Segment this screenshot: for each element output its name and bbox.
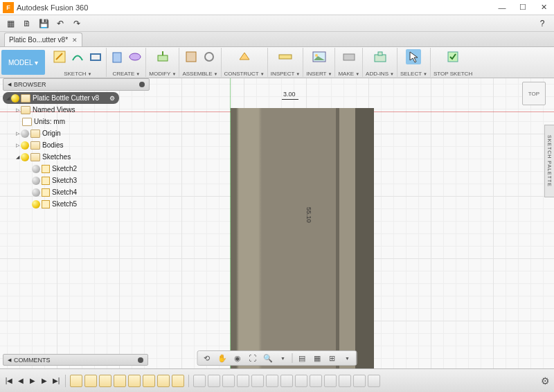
timeline-prev-icon[interactable]: ◀ <box>16 376 26 386</box>
model-body[interactable] <box>231 108 374 368</box>
tree-sketch5[interactable]: Sketch5 <box>3 198 150 210</box>
tree-origin[interactable]: ▷Origin <box>3 127 150 139</box>
addins-icon[interactable] <box>373 49 388 64</box>
timeline-feature[interactable] <box>266 375 278 387</box>
gear-icon[interactable]: ⚙ <box>109 95 115 102</box>
panel-options-icon[interactable] <box>138 357 143 363</box>
dropdown-icon[interactable]: ▼ <box>277 353 289 364</box>
timeline-feature[interactable] <box>70 375 82 387</box>
timeline-feature[interactable] <box>310 375 322 387</box>
redo-icon[interactable]: ↷ <box>69 17 84 30</box>
pan-icon[interactable]: ✋ <box>216 353 229 364</box>
look-icon[interactable]: ◉ <box>231 353 244 364</box>
collapse-arrow-icon[interactable]: ◀ <box>8 82 11 87</box>
expand-icon[interactable]: ▷ <box>14 107 21 113</box>
visibility-bulb-icon[interactable] <box>32 200 40 208</box>
timeline-feature[interactable] <box>280 375 293 387</box>
component-icon[interactable] <box>184 49 199 64</box>
timeline-end-icon[interactable]: ▶| <box>51 376 61 386</box>
minimize-button[interactable]: — <box>492 0 512 15</box>
timeline-feature[interactable] <box>157 375 170 387</box>
timeline-play-icon[interactable]: ▶ <box>28 376 37 386</box>
tree-bodies[interactable]: ▷Bodies <box>3 139 150 151</box>
workspace-model-button[interactable]: MODEL ▾ <box>1 50 45 75</box>
panel-options-icon[interactable] <box>139 82 145 87</box>
create-sketch-icon[interactable] <box>52 49 67 64</box>
rectangle-icon[interactable] <box>88 49 103 64</box>
view-cube[interactable]: TOP <box>522 82 546 105</box>
tree-sketches[interactable]: ◢Sketches <box>3 151 150 163</box>
zoom-fit-icon[interactable]: ⛶ <box>247 353 259 364</box>
timeline-feature[interactable] <box>295 375 307 387</box>
timeline-settings-icon[interactable]: ⚙ <box>541 375 550 386</box>
tree-root[interactable]: ◢ Platic Bottle Cutter v8 ⚙ <box>3 92 119 104</box>
collapse-arrow-icon[interactable]: ◀ <box>8 357 11 363</box>
expand-icon[interactable]: ▷ <box>14 131 21 136</box>
undo-icon[interactable]: ↶ <box>53 17 68 30</box>
file-new-icon[interactable]: 🗎 <box>19 17 35 30</box>
grid-apps-icon[interactable]: ▦ <box>3 17 18 30</box>
timeline-feature[interactable] <box>128 375 141 387</box>
select-icon[interactable] <box>406 49 421 64</box>
timeline-feature[interactable] <box>99 375 111 387</box>
maximize-button[interactable]: ☐ <box>512 0 533 15</box>
timeline-feature[interactable] <box>324 375 337 387</box>
stop-sketch-icon[interactable] <box>445 49 461 64</box>
tree-sketch3[interactable]: Sketch3 <box>3 175 150 186</box>
extrude-icon[interactable] <box>109 49 125 64</box>
line-icon[interactable] <box>70 49 85 64</box>
timeline-feature[interactable] <box>84 375 97 387</box>
timeline-feature[interactable] <box>114 375 126 387</box>
revolve-icon[interactable] <box>127 49 143 64</box>
browser-header[interactable]: ◀ BROWSER <box>3 78 150 91</box>
visibility-bulb-icon[interactable] <box>21 130 29 138</box>
expand-icon[interactable]: ◢ <box>14 154 21 160</box>
visibility-bulb-icon[interactable] <box>32 165 40 173</box>
timeline-feature[interactable] <box>193 375 206 387</box>
multi-view-icon[interactable]: ⊞ <box>326 353 339 364</box>
plane-icon[interactable] <box>237 49 252 64</box>
timeline-feature[interactable] <box>172 375 184 387</box>
tab-close-icon[interactable]: ✕ <box>72 37 78 44</box>
zoom-icon[interactable]: 🔍 <box>262 353 274 364</box>
timeline-marker[interactable] <box>188 375 189 387</box>
save-icon[interactable]: 💾 <box>36 17 51 30</box>
timeline-feature[interactable] <box>208 375 220 387</box>
help-icon[interactable]: ? <box>535 17 550 30</box>
timeline-feature[interactable] <box>368 375 380 387</box>
timeline-feature[interactable] <box>251 375 264 387</box>
timeline-feature[interactable] <box>353 375 366 387</box>
comments-panel-header[interactable]: ◀ COMMENTS <box>3 354 148 366</box>
orbit-icon[interactable]: ⟲ <box>201 353 213 364</box>
expand-icon[interactable]: ▷ <box>14 143 21 148</box>
timeline-feature[interactable] <box>339 375 351 387</box>
visibility-bulb-icon[interactable] <box>32 188 40 197</box>
visibility-bulb-icon[interactable] <box>21 153 29 161</box>
measure-icon[interactable] <box>278 49 293 64</box>
close-button[interactable]: ✕ <box>533 0 554 15</box>
tree-named-views[interactable]: ▷Named Views <box>3 104 150 116</box>
timeline-next-icon[interactable]: ▶ <box>39 376 49 386</box>
tree-units[interactable]: Units: mm <box>3 116 150 127</box>
expand-icon[interactable]: ◢ <box>4 96 11 101</box>
timeline-feature[interactable] <box>143 375 155 387</box>
timeline-feature[interactable] <box>222 375 235 387</box>
visibility-bulb-icon[interactable] <box>11 94 19 103</box>
visibility-bulb-icon[interactable] <box>32 177 40 185</box>
press-pull-icon[interactable] <box>155 49 170 64</box>
joint-icon[interactable] <box>202 49 217 64</box>
tree-sketch2[interactable]: Sketch2 <box>3 163 150 175</box>
sketch-palette-tab[interactable]: SKETCH PALETTE <box>544 125 554 197</box>
dimension-height[interactable]: 55.10 <box>305 207 312 223</box>
timeline-feature[interactable] <box>237 375 249 387</box>
dropdown-icon[interactable]: ▼ <box>341 353 354 364</box>
dimension-width[interactable]: 3.00 <box>283 91 296 98</box>
grid-display-icon[interactable]: ▦ <box>311 353 323 364</box>
visibility-bulb-icon[interactable] <box>21 141 29 150</box>
canvas-viewport[interactable]: 3.00 55.10 ◀ BROWSER ◢ Platic Bottle Cut… <box>0 78 554 368</box>
tab-document[interactable]: Platic Bo...utter v8* ✕ <box>4 33 82 46</box>
insert-image-icon[interactable] <box>312 49 327 64</box>
tree-sketch4[interactable]: Sketch4 <box>3 186 150 198</box>
display-mode-icon[interactable]: ▤ <box>296 353 308 364</box>
timeline-start-icon[interactable]: |◀ <box>4 376 14 386</box>
